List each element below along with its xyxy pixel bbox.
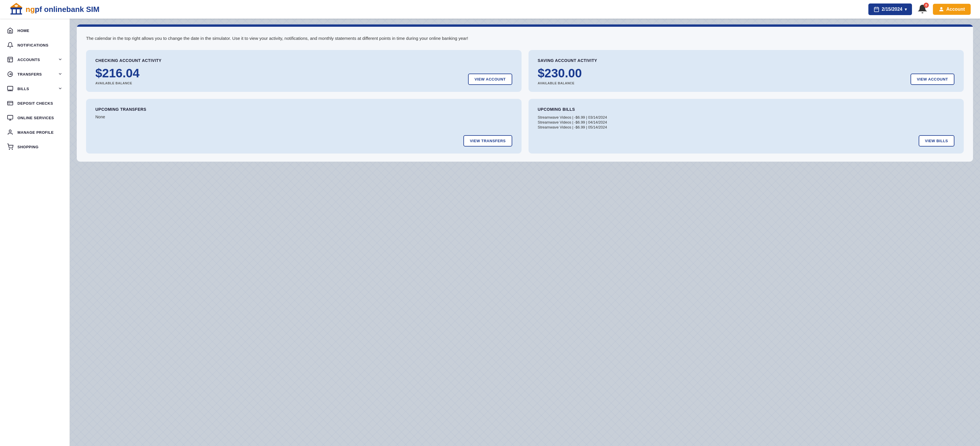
sidebar-item-transfers[interactable]: TRANSFERS bbox=[0, 67, 70, 81]
transfers-icon bbox=[7, 71, 13, 77]
deposit-icon bbox=[7, 100, 13, 107]
sidebar-label-shopping: SHOPPING bbox=[18, 145, 39, 149]
svg-rect-7 bbox=[874, 7, 878, 12]
account-label: Account bbox=[946, 7, 965, 12]
upcoming-bills-card: UPCOMING BILLS Streamwave Videos | -$6.9… bbox=[528, 99, 964, 153]
svg-point-26 bbox=[9, 149, 10, 150]
notification-button[interactable]: 0 bbox=[916, 3, 928, 16]
header-right: 2/15/2024 ▾ 0 Account bbox=[869, 3, 971, 16]
notification-badge: 0 bbox=[924, 3, 929, 8]
content-inner: The calendar in the top right allows you… bbox=[77, 27, 973, 162]
bills-icon bbox=[7, 86, 13, 92]
checking-label: AVAILABLE BALANCE bbox=[95, 81, 140, 85]
accounts-expand-icon bbox=[58, 57, 62, 62]
view-transfers-button[interactable]: VIEW TRANSFERS bbox=[463, 135, 512, 147]
upcoming-transfers-none: None bbox=[95, 115, 512, 130]
cart-icon bbox=[7, 143, 13, 150]
notification-bell-icon bbox=[7, 42, 13, 48]
saving-account-card: SAVING ACCOUNT ACTIVITY $230.00 AVAILABL… bbox=[528, 50, 964, 92]
content-area: The calendar in the top right allows you… bbox=[70, 19, 980, 446]
saving-card-title: SAVING ACCOUNT ACTIVITY bbox=[538, 58, 955, 63]
sidebar-label-bills: BILLS bbox=[18, 87, 29, 91]
logo-text: ngpf onlinebank SIM bbox=[25, 5, 99, 14]
header: ngpf onlinebank SIM 2/15/2024 ▾ 0 Accoun… bbox=[0, 0, 980, 19]
saving-balance-area: $230.00 AVAILABLE BALANCE bbox=[538, 66, 582, 85]
saving-amount: $230.00 bbox=[538, 66, 582, 80]
sidebar-item-bills[interactable]: BILLS bbox=[0, 81, 70, 96]
sidebar-item-home[interactable]: HOME bbox=[0, 23, 70, 38]
checking-card-body: $216.04 AVAILABLE BALANCE VIEW ACCOUNT bbox=[95, 66, 512, 85]
bill-item-1: Streamwave Videos | -$6.99 | 03/14/2024 bbox=[538, 115, 955, 119]
transfers-expand-icon bbox=[58, 72, 62, 77]
svg-rect-3 bbox=[20, 9, 21, 14]
home-icon bbox=[7, 27, 13, 34]
upcoming-bills-footer: VIEW BILLS bbox=[538, 135, 955, 147]
sidebar-item-manage-profile[interactable]: MANAGE PROFILE bbox=[0, 125, 70, 140]
account-button[interactable]: Account bbox=[933, 4, 971, 15]
sidebar-item-shopping[interactable]: SHOPPING bbox=[0, 140, 70, 154]
profile-icon bbox=[7, 129, 13, 135]
svg-rect-2 bbox=[16, 9, 17, 14]
svg-rect-19 bbox=[8, 102, 13, 105]
monitor-icon bbox=[7, 115, 13, 121]
saving-label: AVAILABLE BALANCE bbox=[538, 81, 582, 85]
sidebar-label-accounts: ACCOUNTS bbox=[18, 57, 40, 62]
svg-rect-4 bbox=[11, 13, 22, 14]
chevron-down-icon: ▾ bbox=[905, 7, 907, 12]
checking-card-title: CHECKING ACCOUNT ACTIVITY bbox=[95, 58, 512, 63]
user-icon bbox=[939, 7, 944, 12]
logo-area: ngpf onlinebank SIM bbox=[9, 2, 99, 16]
date-button[interactable]: 2/15/2024 ▾ bbox=[869, 3, 912, 15]
sidebar-item-online-services[interactable]: ONLINE SERVICES bbox=[0, 110, 70, 125]
content-panel: The calendar in the top right allows you… bbox=[77, 24, 973, 162]
checking-amount: $216.04 bbox=[95, 66, 140, 80]
sidebar-label-deposit-checks: DEPOSIT CHECKS bbox=[18, 101, 53, 105]
svg-rect-22 bbox=[8, 115, 13, 119]
sidebar-label-transfers: TRANSFERS bbox=[18, 72, 42, 76]
bills-expand-icon bbox=[58, 86, 62, 92]
svg-point-27 bbox=[12, 149, 13, 150]
sidebar-label-online-services: ONLINE SERVICES bbox=[18, 116, 54, 120]
checking-balance-area: $216.04 AVAILABLE BALANCE bbox=[95, 66, 140, 85]
accounts-icon bbox=[7, 56, 13, 63]
sidebar-item-accounts[interactable]: ACCOUNTS bbox=[0, 53, 70, 67]
calendar-icon bbox=[873, 6, 880, 12]
svg-rect-12 bbox=[8, 57, 13, 62]
upcoming-transfers-card: UPCOMING TRANSFERS None VIEW TRANSFERS bbox=[86, 99, 522, 153]
view-saving-account-button[interactable]: VIEW ACCOUNT bbox=[910, 73, 955, 85]
svg-point-25 bbox=[9, 130, 11, 132]
view-checking-account-button[interactable]: VIEW ACCOUNT bbox=[468, 73, 512, 85]
info-text: The calendar in the top right allows you… bbox=[86, 35, 964, 42]
svg-rect-1 bbox=[12, 9, 13, 14]
sidebar-label-notifications: NOTIFICATIONS bbox=[18, 43, 49, 48]
bills-list: Streamwave Videos | -$6.99 | 03/14/2024 … bbox=[538, 115, 955, 130]
svg-rect-0 bbox=[11, 8, 22, 9]
bill-item-2: Streamwave Videos | -$6.99 | 04/14/2024 bbox=[538, 120, 955, 124]
date-label: 2/15/2024 bbox=[882, 7, 902, 12]
saving-card-body: $230.00 AVAILABLE BALANCE VIEW ACCOUNT bbox=[538, 66, 955, 85]
bill-item-3: Streamwave Videos | -$6.99 | 05/14/2024 bbox=[538, 125, 955, 129]
logo-icon bbox=[9, 2, 23, 16]
view-bills-button[interactable]: VIEW BILLS bbox=[919, 135, 955, 147]
sidebar-item-notifications[interactable]: NOTIFICATIONS bbox=[0, 38, 70, 53]
svg-point-11 bbox=[940, 7, 942, 9]
main-layout: HOME NOTIFICATIONS ACCOUNTS bbox=[0, 19, 980, 446]
svg-rect-6 bbox=[14, 5, 18, 7]
sidebar-item-deposit-checks[interactable]: DEPOSIT CHECKS bbox=[0, 96, 70, 110]
upcoming-bills-title: UPCOMING BILLS bbox=[538, 107, 955, 112]
upcoming-transfers-footer: VIEW TRANSFERS bbox=[95, 135, 512, 147]
sidebar: HOME NOTIFICATIONS ACCOUNTS bbox=[0, 19, 70, 446]
checking-account-card: CHECKING ACCOUNT ACTIVITY $216.04 AVAILA… bbox=[86, 50, 522, 92]
sidebar-label-manage-profile: MANAGE PROFILE bbox=[18, 130, 54, 135]
sidebar-label-home: HOME bbox=[18, 29, 29, 33]
content-top-bar bbox=[77, 24, 973, 27]
svg-rect-16 bbox=[8, 86, 13, 90]
cards-grid: CHECKING ACCOUNT ACTIVITY $216.04 AVAILA… bbox=[86, 50, 964, 153]
upcoming-transfers-title: UPCOMING TRANSFERS bbox=[95, 107, 512, 112]
